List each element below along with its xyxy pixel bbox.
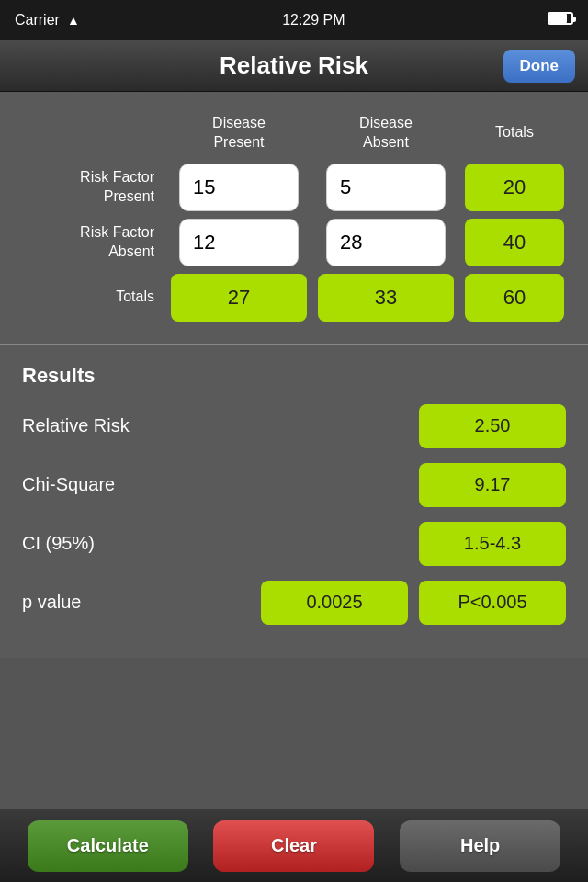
row1-col2-input[interactable] [326, 164, 446, 211]
status-bar: Carrier ▲ 12:29 PM [0, 0, 588, 40]
time-label: 12:29 PM [282, 12, 345, 28]
row1-total-cell: 20 [459, 160, 570, 215]
battery-icon [548, 12, 573, 28]
row2-col2-input[interactable] [326, 219, 446, 266]
totals-label: Totals [18, 288, 165, 307]
totals-col2-cell: 33 [312, 270, 459, 325]
pvalue-values: 0.0025 P<0.005 [261, 581, 566, 625]
totals-col2: 33 [318, 274, 454, 322]
chi-square-label: Chi-Square [22, 474, 115, 495]
done-button[interactable]: Done [503, 50, 576, 83]
relative-risk-label: Relative Risk [22, 415, 130, 436]
row1-col1-cell [165, 160, 312, 215]
help-button[interactable]: Help [400, 820, 560, 872]
row2-col1-input[interactable] [179, 219, 299, 266]
empty-header [18, 126, 165, 141]
row2-col1-cell [165, 215, 312, 270]
ci-value: 1.5-4.3 [419, 522, 566, 566]
relative-risk-row: Relative Risk 2.50 [22, 404, 566, 448]
row2-total: 40 [465, 219, 564, 266]
results-section: Results Relative Risk 2.50 Chi-Square 9.… [0, 345, 588, 658]
calculate-button[interactable]: Calculate [28, 820, 188, 872]
totals-total-cell: 60 [459, 270, 570, 325]
ci-label: CI (95%) [22, 533, 95, 554]
row1-label: Risk FactorPresent [18, 168, 165, 207]
toolbar: Calculate Clear Help [0, 808, 588, 882]
chi-square-value: 9.17 [419, 463, 566, 507]
col-header-disease-absent: DiseaseAbsent [312, 107, 459, 160]
totals-col1: 27 [171, 274, 307, 322]
header: Relative Risk Done [0, 40, 588, 92]
table-section: DiseasePresent DiseaseAbsent Totals Risk… [0, 92, 588, 344]
pvalue-text: P<0.005 [419, 581, 566, 625]
page-title: Relative Risk [220, 51, 368, 80]
row2-label: Risk FactorAbsent [18, 223, 165, 262]
relative-risk-value: 2.50 [419, 404, 566, 448]
row2-total-cell: 40 [459, 215, 570, 270]
row1-col1-input[interactable] [179, 164, 299, 211]
pvalue-label: p value [22, 592, 82, 613]
results-title: Results [22, 364, 566, 388]
data-table: DiseasePresent DiseaseAbsent Totals Risk… [18, 107, 570, 325]
totals-total: 60 [465, 274, 564, 322]
col-header-totals: Totals [459, 116, 570, 150]
pvalue-numeric: 0.0025 [261, 581, 408, 625]
row1-col2-cell [312, 160, 459, 215]
wifi-icon: ▲ [67, 13, 80, 28]
pvalue-row: p value 0.0025 P<0.005 [22, 581, 566, 625]
status-left: Carrier ▲ [15, 12, 80, 28]
clear-button[interactable]: Clear [213, 820, 374, 872]
row1-total: 20 [465, 164, 564, 211]
carrier-label: Carrier [15, 12, 60, 28]
chi-square-row: Chi-Square 9.17 [22, 463, 566, 507]
totals-col1-cell: 27 [165, 270, 312, 325]
col-header-disease-present: DiseasePresent [165, 107, 312, 160]
row2-col2-cell [312, 215, 459, 270]
ci-row: CI (95%) 1.5-4.3 [22, 522, 566, 566]
